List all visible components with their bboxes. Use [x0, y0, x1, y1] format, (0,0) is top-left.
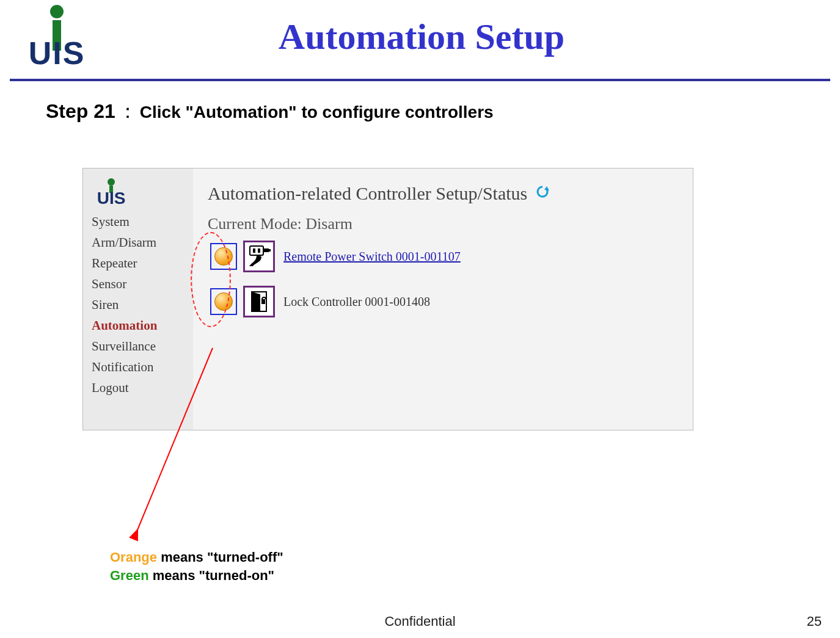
uis-logo: UIS	[12, 3, 101, 70]
svg-rect-11	[269, 249, 271, 252]
mode-value: Disarm	[305, 215, 352, 233]
status-dot-off-icon	[214, 247, 233, 266]
status-toggle-2[interactable]	[210, 288, 237, 315]
mode-line: Current Mode: Disarm	[208, 215, 678, 233]
sidebar-item-notification[interactable]: Notification	[92, 360, 184, 375]
sidebar-item-repeater[interactable]: Repeater	[92, 256, 184, 271]
screenshot-panel: UIS System Arm/Disarm Repeater Sensor Si…	[82, 168, 693, 430]
sidebar-item-arm-disarm[interactable]: Arm/Disarm	[92, 235, 184, 250]
svg-rect-9	[258, 248, 260, 253]
page-title: Automation Setup	[101, 16, 828, 58]
svg-rect-14	[261, 299, 265, 304]
svg-rect-7	[250, 246, 263, 255]
step-heading: Step 21：Click "Automation" to configure …	[46, 98, 840, 125]
svg-point-3	[108, 178, 115, 186]
footer-confidential: Confidential	[0, 614, 840, 629]
controller-row-2: Lock Controller 0001-001408	[210, 286, 678, 317]
panel-heading: Automation-related Controller Setup/Stat…	[208, 182, 678, 204]
plug-icon	[247, 244, 271, 269]
legend-green-rest: means "turned-on"	[149, 568, 274, 583]
controller-row-1: Remote Power Switch 0001-001107	[210, 241, 678, 272]
sidebar-item-logout[interactable]: Logout	[92, 380, 184, 396]
sidebar-item-system[interactable]: System	[92, 214, 184, 230]
legend-line-green: Green means "turned-on"	[110, 567, 283, 585]
svg-text:UIS: UIS	[97, 189, 126, 206]
legend-green-word: Green	[110, 568, 149, 583]
status-dot-off-icon	[214, 292, 233, 311]
controller-label-2: Lock Controller 0001-001408	[283, 295, 430, 309]
legend-orange-rest: means "turned-off"	[157, 549, 283, 565]
legend-orange-word: Orange	[110, 549, 157, 565]
svg-point-0	[50, 5, 64, 18]
sidebar-item-sensor[interactable]: Sensor	[92, 277, 184, 292]
svg-text:UIS: UIS	[28, 35, 85, 70]
svg-rect-8	[253, 248, 255, 253]
refresh-icon[interactable]	[536, 182, 549, 195]
sidebar-item-surveillance[interactable]: Surveillance	[92, 339, 184, 354]
panel-main: Automation-related Controller Setup/Stat…	[193, 169, 693, 430]
mode-prefix: Current Mode:	[208, 215, 305, 233]
status-toggle-1[interactable]	[210, 243, 237, 270]
svg-marker-13	[252, 292, 260, 311]
footer-page-number: 25	[807, 614, 822, 629]
panel-heading-text: Automation-related Controller Setup/Stat…	[208, 183, 527, 203]
sidebar-mini-logo: UIS	[92, 177, 184, 209]
footer: Confidential 25	[0, 614, 840, 629]
svg-rect-10	[264, 248, 269, 252]
step-label: Step 21	[46, 100, 115, 122]
device-icon-lock[interactable]	[243, 286, 275, 317]
sidebar: UIS System Arm/Disarm Repeater Sensor Si…	[83, 169, 193, 430]
svg-marker-6	[544, 186, 549, 190]
step-colon: ：	[115, 100, 140, 122]
controller-link-1[interactable]: Remote Power Switch 0001-001107	[283, 250, 461, 264]
color-legend: Orange means "turned-off" Green means "t…	[110, 548, 283, 584]
step-desc: Click "Automation" to configure controll…	[140, 103, 494, 121]
sidebar-item-siren[interactable]: Siren	[92, 297, 184, 313]
legend-line-orange: Orange means "turned-off"	[110, 548, 283, 567]
sidebar-item-automation[interactable]: Automation	[92, 318, 184, 333]
divider	[10, 79, 830, 81]
device-icon-plug[interactable]	[243, 241, 275, 272]
lock-door-icon	[247, 289, 271, 314]
